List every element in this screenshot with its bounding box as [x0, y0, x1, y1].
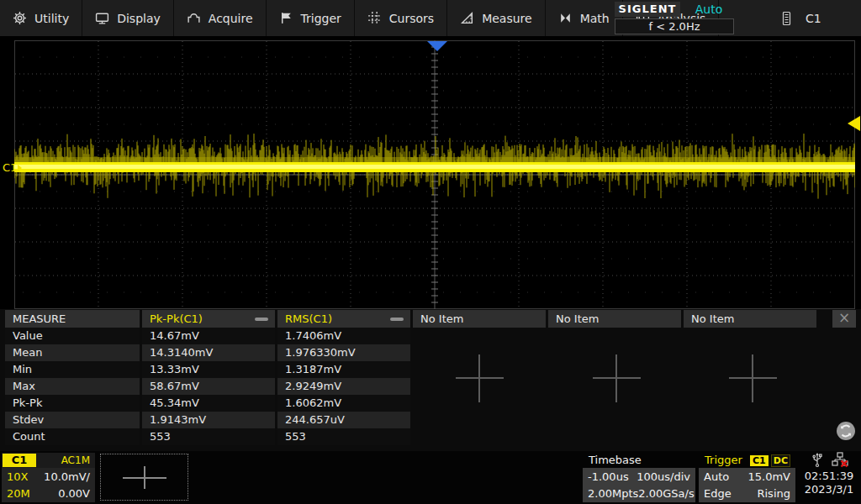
stat-value: 14.67mV — [142, 328, 275, 344]
acquisition-status: Auto — [684, 2, 734, 17]
channel-marker-arrow-icon — [18, 165, 22, 171]
display-icon — [95, 11, 109, 25]
timebase-descriptor-box[interactable]: Timebase -1.00us 100us/div 2.00Mpts 2.00… — [583, 453, 695, 502]
remove-measure-icon[interactable] — [255, 318, 268, 321]
add-measure-icon[interactable] — [456, 354, 504, 402]
timebase-points: 2.00Mpts — [588, 485, 638, 501]
measure-column-empty-2[interactable]: No Item — [548, 310, 681, 328]
clock-time: 02:51:39 — [797, 470, 861, 483]
measure-column-empty-1[interactable]: No Item — [413, 310, 546, 328]
stat-value: 1.9143mV — [142, 412, 275, 428]
stat-value: 1.6062mV — [277, 395, 410, 412]
menu-item-label: Measure — [482, 12, 532, 25]
add-measure-icon[interactable] — [729, 354, 777, 402]
menu-item-label: Cursors — [389, 12, 434, 25]
menu-item-label: Acquire — [209, 12, 253, 25]
trigger-coupling-badge: DC — [772, 455, 790, 466]
menu-item-utility[interactable]: Utility — [0, 0, 82, 36]
stat-value: 14.3140mV — [142, 344, 275, 361]
gear-icon — [13, 11, 27, 25]
trigger-mode: Auto — [704, 468, 729, 485]
menu-item-measure[interactable]: Measure — [447, 0, 546, 36]
channel-probe: 10X — [7, 468, 28, 485]
measure-column-empty-3[interactable]: No Item — [684, 310, 816, 328]
menu-item-label: Display — [117, 12, 161, 25]
measure-corner-cell: MEASURE — [5, 310, 140, 328]
stat-row-label: Mean — [5, 344, 140, 361]
stat-value: 244.657uV — [277, 412, 410, 428]
timebase-title: Timebase — [583, 453, 695, 468]
bottom-status-bar: C1 AC1M 10X 10.0mV/ 20M 0.00V Timebase -… — [0, 451, 861, 504]
active-channel-indicator[interactable]: C1 — [780, 0, 821, 36]
stat-row-label: Pk-Pk — [5, 395, 140, 412]
waveform-svg — [14, 40, 855, 309]
system-status-cluster: 02:51:39 2023/3/1 — [797, 451, 861, 504]
menu-strip: Utility Display Acquire Trigger Cursors … — [0, 0, 719, 36]
stat-value: 13.33mV — [142, 361, 275, 378]
measurement-panel: MEASURE Pk-Pk(C1) RMS(C1) No Item No Ite… — [0, 309, 861, 451]
close-icon[interactable]: × — [832, 310, 856, 328]
menu-item-math[interactable]: Math — [546, 0, 623, 36]
channel-list-icon — [780, 11, 795, 25]
menu-item-label: Math — [580, 12, 610, 25]
measure-icon — [460, 11, 474, 25]
add-measure-icon[interactable] — [593, 354, 641, 402]
stat-value: 2.9249mV — [277, 378, 410, 395]
menu-item-label: Utility — [34, 12, 69, 25]
waveform-display: C1 — [0, 36, 861, 309]
frequency-counter: f < 2.0Hz — [615, 18, 734, 34]
stat-value: 553 — [277, 428, 410, 445]
stat-row-label: Min — [5, 361, 140, 378]
measure-column-pkpk[interactable]: Pk-Pk(C1) — [142, 310, 275, 328]
stat-row-label: Value — [5, 328, 140, 344]
channel-scale: 10.0mV/ — [44, 468, 90, 485]
channel-offset-marker[interactable]: C1 — [3, 161, 22, 174]
stat-value: 45.34mV — [142, 395, 275, 412]
trigger-level-icon[interactable] — [848, 116, 860, 131]
stat-value: 1.7406mV — [277, 328, 410, 344]
trigger-source-badge: C1 — [750, 455, 769, 466]
channel-offset-label: C1 — [3, 161, 17, 174]
lan-icon — [832, 452, 848, 471]
history-refresh-icon[interactable] — [836, 421, 856, 441]
top-menu-bar: Utility Display Acquire Trigger Cursors … — [0, 0, 861, 36]
stat-row-label: Stdev — [5, 412, 140, 428]
clock-date: 2023/3/1 — [797, 483, 861, 496]
brand-cluster: SIGLENT Auto f < 2.0Hz — [615, 2, 737, 34]
add-channel-icon[interactable] — [100, 454, 188, 501]
measure-header-row: MEASURE Pk-Pk(C1) RMS(C1) No Item No Ite… — [5, 310, 816, 328]
menu-item-acquire[interactable]: Acquire — [174, 0, 267, 36]
acquire-icon — [187, 11, 201, 25]
menu-item-display[interactable]: Display — [82, 0, 174, 36]
cursors-icon — [367, 11, 382, 25]
channel-offset: 0.00V — [58, 485, 90, 501]
stat-row-label: Count — [5, 428, 140, 445]
stat-value: 553 — [142, 428, 275, 445]
timebase-scale: 100us/div — [637, 468, 690, 485]
menu-item-trigger[interactable]: Trigger — [267, 0, 355, 36]
active-channel-label: C1 — [806, 12, 821, 25]
trigger-type: Edge — [704, 485, 732, 501]
channel-coupling: AC1M — [61, 454, 90, 467]
trigger-position-icon[interactable] — [427, 41, 447, 51]
trigger-flag-icon — [279, 11, 293, 25]
remove-measure-icon[interactable] — [390, 318, 404, 321]
timebase-sample-rate: 2.00GSa/s — [638, 485, 694, 501]
stat-value: 58.67mV — [142, 378, 275, 395]
siglent-logo: SIGLENT — [615, 2, 680, 17]
trigger-slope: Rising — [757, 485, 790, 501]
usb-icon — [811, 452, 824, 471]
math-icon — [558, 11, 573, 25]
channel-descriptor-box[interactable]: C1 AC1M 10X 10.0mV/ 20M 0.00V — [2, 453, 95, 502]
channel-bandwidth: 20M — [7, 485, 30, 501]
trigger-level: 15.0mV — [747, 468, 790, 485]
trigger-descriptor-box[interactable]: Trigger C1 DC Auto 15.0mV Edge Rising — [699, 453, 795, 502]
channel-name-badge: C1 — [3, 454, 36, 467]
measure-column-rms[interactable]: RMS(C1) — [277, 310, 410, 328]
stat-value: 1.976330mV — [277, 344, 410, 361]
menu-item-label: Trigger — [301, 12, 341, 25]
stat-value: 1.3187mV — [277, 361, 410, 378]
trigger-title: Trigger — [705, 453, 742, 468]
stat-row-label: Max — [5, 378, 140, 395]
menu-item-cursors[interactable]: Cursors — [355, 0, 447, 36]
